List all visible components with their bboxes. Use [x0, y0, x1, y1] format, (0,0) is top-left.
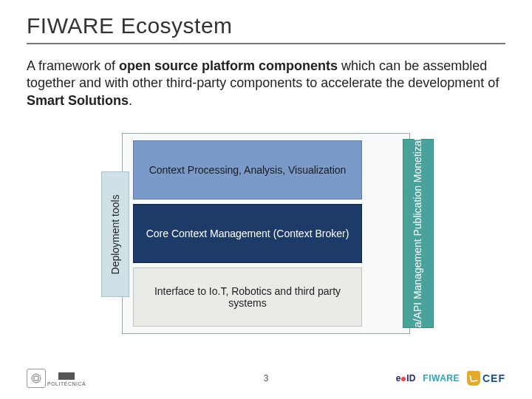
desc-bold2: Smart Solutions: [27, 93, 129, 108]
right-sidebar: Data/API Management Publication Monetiza…: [403, 139, 434, 328]
cef-text: CEF: [482, 372, 505, 384]
desc-part3: .: [129, 93, 132, 108]
diagram-wrap: Deployment tools Context Processing, Ana…: [0, 133, 532, 347]
layer-interface: Interface to Io.T, Robotics and third pa…: [133, 267, 362, 327]
layer-core-context-management: Core Context Management (Context Broker): [133, 204, 362, 263]
eid-e: e: [396, 373, 401, 383]
politecnica-bar-icon: [58, 371, 75, 381]
left-sidebar: Deployment tools: [101, 171, 129, 297]
layer-interface-label: Interface to Io.T, Robotics and third pa…: [141, 285, 354, 309]
footer-right-logos: eID FIWARE CEF: [396, 371, 505, 386]
left-sidebar-label: Deployment tools: [109, 194, 122, 274]
politecnica-emblem-icon: [27, 369, 46, 388]
svg-rect-2: [58, 372, 75, 380]
fiware-logo: FIWARE: [423, 373, 460, 383]
right-sidebar-label: Data/API Management Publication Monetiza…: [412, 123, 425, 343]
page-number: 3: [264, 373, 269, 383]
politecnica-text: POLITÉCNICA: [47, 381, 86, 386]
cef-logo: CEF: [467, 371, 505, 386]
desc-part1: A framework of: [27, 58, 119, 73]
svg-point-0: [32, 374, 41, 383]
layer-context-processing-label: Context Processing, Analysis, Visualizat…: [149, 164, 347, 176]
slide: FIWARE Ecosystem A framework of open sou…: [0, 0, 532, 399]
layer-core-label: Core Context Management (Context Broker): [146, 228, 349, 239]
page-title: FIWARE Ecosystem: [27, 13, 505, 38]
architecture-diagram: Deployment tools Context Processing, Ana…: [92, 133, 440, 347]
svg-rect-1: [34, 376, 38, 381]
emblem-svg: [30, 372, 42, 384]
shield-icon: [467, 371, 480, 386]
description: A framework of open source platform comp…: [27, 58, 505, 109]
eid-logo: eID: [396, 373, 416, 383]
footer: POLITÉCNICA 3 eID FIWARE CEF: [0, 362, 532, 395]
eid-dot-icon: [401, 377, 406, 381]
eid-id: ID: [406, 373, 415, 383]
layer-context-processing: Context Processing, Analysis, Visualizat…: [133, 140, 362, 200]
footer-left-logos: POLITÉCNICA: [27, 369, 86, 388]
title-divider: [27, 43, 505, 44]
desc-bold1: open source platform components: [119, 58, 338, 73]
